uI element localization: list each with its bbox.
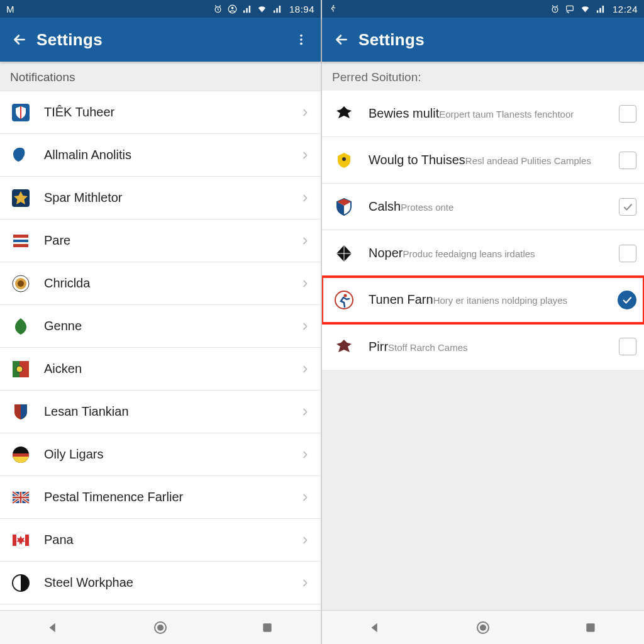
svg-point-36: [480, 625, 486, 631]
chevron-right-icon: [297, 279, 313, 289]
selected-check-icon[interactable]: [618, 291, 636, 309]
chevron-right-icon: [297, 108, 313, 118]
svg-rect-37: [586, 623, 594, 631]
team-icon: [9, 186, 33, 210]
svg-rect-28: [263, 623, 271, 631]
item-subtitle: Protess onte: [401, 202, 453, 213]
svg-point-32: [342, 157, 346, 161]
system-nav-bar: [0, 610, 321, 644]
list-item[interactable]: Aicken: [0, 348, 321, 391]
team-icon: [9, 443, 33, 467]
cast-icon: [565, 4, 575, 13]
alarm-icon: [213, 4, 223, 14]
checkbox[interactable]: [619, 105, 636, 123]
svg-point-2: [231, 6, 234, 9]
svg-point-16: [16, 366, 23, 372]
section-header: Notifications: [0, 62, 321, 91]
item-label: TIÊK Tuheer: [44, 105, 114, 119]
list-item[interactable]: TIÊK Tuheer: [0, 91, 321, 134]
notifications-list: TIÊK TuheerAllmalin AnolitisSpar Mithlet…: [0, 91, 321, 610]
svg-point-34: [344, 294, 347, 297]
alarm-icon: [550, 4, 560, 14]
team-icon: [9, 101, 33, 125]
overflow-menu-button[interactable]: [291, 33, 312, 47]
svg-point-13: [18, 280, 24, 287]
svg-point-27: [157, 625, 164, 631]
nav-recents-button[interactable]: [248, 621, 286, 634]
nav-recents-button[interactable]: [572, 621, 609, 634]
list-item[interactable]: Spar Mithletor: [0, 177, 321, 219]
item-subtitle: Produc feedaigng leans irdatles: [402, 248, 535, 259]
avatar-icon: [228, 4, 237, 14]
list-item[interactable]: Bewies mulitEorpert taum Tlanests fencht…: [322, 91, 644, 137]
svg-point-5: [300, 43, 303, 45]
team-icon: [9, 357, 33, 381]
list-item[interactable]: Lesan Tiankian: [0, 391, 321, 433]
checkbox[interactable]: [619, 338, 636, 355]
wifi-icon: [580, 4, 591, 14]
list-item[interactable]: Pestal Timenence Farlier: [0, 476, 321, 519]
back-button[interactable]: [9, 31, 30, 48]
list-item[interactable]: Allmalin Anolitis: [0, 134, 321, 177]
section-header: Perred Soitution:: [322, 62, 644, 91]
nav-back-button[interactable]: [35, 621, 72, 635]
svg-rect-22: [25, 535, 29, 546]
team-icon: [9, 571, 33, 595]
wifi-icon: [257, 4, 267, 14]
status-bar: M 18:94: [0, 0, 321, 18]
item-title: Noper: [369, 246, 402, 260]
nav-home-button[interactable]: [142, 620, 179, 635]
phone-left: M 18:94 Settings Notifications TIÊK Tuhe…: [0, 0, 322, 644]
chevron-right-icon: [297, 150, 313, 160]
nav-home-button[interactable]: [464, 620, 502, 635]
back-button[interactable]: [331, 31, 352, 48]
svg-rect-18: [13, 453, 29, 457]
system-nav-bar: [322, 610, 644, 644]
phone-right: 12:24 Settings Perred Soitution: Bewies …: [322, 0, 644, 644]
page-title: Settings: [358, 30, 425, 50]
item-label: Lesan Tiankian: [44, 404, 129, 418]
checkbox[interactable]: [619, 198, 636, 216]
team-icon: [9, 486, 33, 509]
item-label: Oily Ligars: [44, 447, 103, 461]
signal2-icon: [272, 4, 282, 14]
mail-icon: M: [6, 4, 14, 14]
item-label: Steel Workphae: [44, 575, 133, 589]
list-item[interactable]: Steel Workphae: [0, 562, 321, 604]
list-item[interactable]: Pare: [0, 219, 321, 262]
item-label: Spar Mithletor: [44, 191, 123, 204]
item-subtitle: Eorpert taum Tlanests fenchtoor: [439, 109, 574, 119]
nav-back-button[interactable]: [357, 621, 394, 635]
list-item[interactable]: Tunen FarnHory er itaniens noldping play…: [322, 277, 644, 323]
item-title: Tunen Farn: [369, 292, 433, 306]
checkbox[interactable]: [619, 152, 636, 169]
runner-icon: [328, 4, 337, 13]
chevron-right-icon: [297, 407, 313, 417]
chevron-right-icon: [297, 578, 313, 588]
chevron-right-icon: [297, 450, 313, 460]
list-item[interactable]: Woulg to ThuisesResl andead Pulities Cam…: [322, 137, 644, 184]
svg-rect-9: [13, 240, 28, 242]
chevron-right-icon: [297, 535, 313, 545]
list-item[interactable]: NoperProduc feedaigng leans irdatles: [322, 230, 644, 277]
svg-rect-31: [567, 6, 574, 11]
team-icon: [9, 400, 33, 424]
app-bar: Settings: [322, 18, 644, 62]
team-icon: [331, 194, 357, 220]
team-icon: [9, 272, 33, 296]
team-icon: [9, 143, 33, 167]
list-item[interactable]: Oily Ligars: [0, 433, 321, 476]
preferences-list: Bewies mulitEorpert taum Tlanests fencht…: [322, 91, 644, 370]
team-icon: [9, 314, 33, 338]
list-item[interactable]: PirrStoff Rarch Cames: [322, 323, 644, 370]
app-bar: Settings: [0, 18, 321, 62]
list-item[interactable]: CalshProtess onte: [322, 184, 644, 230]
list-item[interactable]: Pana: [0, 519, 321, 562]
list-item[interactable]: Apdricaline: [0, 604, 321, 610]
item-subtitle: Stoff Rarch Cames: [388, 342, 467, 353]
checkbox[interactable]: [619, 245, 636, 262]
chevron-right-icon: [297, 236, 313, 246]
list-item[interactable]: Chriclda: [0, 262, 321, 305]
list-item[interactable]: Genne: [0, 305, 321, 348]
page-title: Settings: [36, 30, 103, 50]
